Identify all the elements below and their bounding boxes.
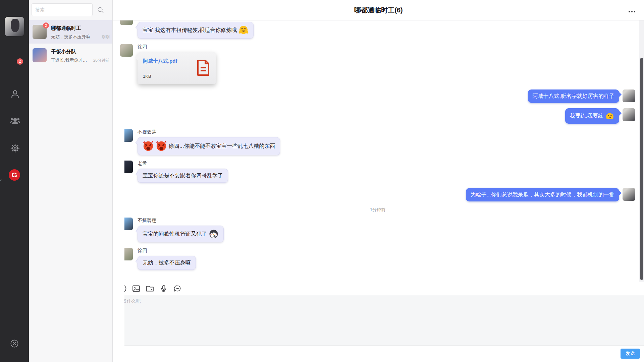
message-row: 老孟 宝宝你还是不要跟着你四哥乱学了 [120,161,635,183]
rage-face-emoji [143,140,154,152]
chat-item-avatar-wrap: 2 [33,25,47,39]
message-col: 不摇碧莲 徐四...你能不能不教宝宝一些乱七八糟的东西 [138,129,280,155]
author-name: 不摇碧莲 [138,218,224,224]
pdf-file-icon [197,60,210,77]
image-icon[interactable] [132,284,141,293]
chat-item-name: 干饭小分队 [51,49,110,55]
chat-area: 哪都通临时工(6) 宝宝 我这有本祖传秘笈,很适合你修炼哦 徐四 阿威十八式.p… [113,0,644,362]
app-logo[interactable]: G [9,169,20,181]
penguin-emoji [209,229,219,239]
avatar[interactable] [120,44,133,57]
message-row: 徐四 阿威十八式.pdf 1KB [120,44,635,84]
folder-icon[interactable] [146,284,154,293]
message-row: 阿威十八式,听名字就好厉害的样子 [120,89,635,103]
message-bubble[interactable]: 为啥子...你们总说我呆瓜，其实大多的时候，我都机制的一批 [466,188,619,201]
chat-list: 2 哪都通临时工 无妨，技多不压身嘛 刚刚 干饭小分队 王道长,我看你才… 26… [29,20,112,67]
contacts-nav-icon[interactable] [9,88,21,100]
groups-nav-icon[interactable] [9,115,21,127]
message-list: 宝宝 我这有本祖传秘笈,很适合你修炼哦 徐四 阿威十八式.pdf 1KB 阿威十… [113,20,639,282]
message-text: 无妨，技多不压身嘛 [143,259,191,266]
composer-toolbar [113,282,644,295]
message-bubble[interactable]: 徐四...你能不能不教宝宝一些乱七八糟的东西 [138,137,280,155]
chat-item-avatar-wrap [33,48,47,62]
chat-item-preview: 王道长,我看你才… [51,57,92,63]
app-rail: 2 G › [0,0,29,362]
chat-list-item[interactable]: 2 哪都通临时工 无妨，技多不压身嘛 刚刚 [29,20,112,44]
author-name: 老孟 [138,161,228,167]
hugging-face-emoji [238,25,249,35]
message-col: 老孟 宝宝你还是不要跟着你四哥乱学了 [138,161,228,183]
message-bubble[interactable]: 宝宝你还是不要跟着你四哥乱学了 [138,169,228,183]
time-divider: 1分钟前 [120,207,635,213]
chats-nav-icon[interactable] [113,61,124,362]
more-menu-icon[interactable] [629,11,635,12]
message-text: 宝宝的间歇性机智证又犯了 [143,230,207,238]
message-col: 不摇碧莲 宝宝的间歇性机智证又犯了 [138,218,224,242]
chat-title: 哪都通临时工(6) [113,0,644,20]
message-text: 宝宝你还是不要跟着你四哥乱学了 [143,172,223,179]
chat-list-item[interactable]: 干饭小分队 王道长,我看你才… 26分钟前 [29,44,112,67]
message-col: 宝宝 我这有本祖传秘笈,很适合你修炼哦 [138,22,254,39]
message-row: 不摇碧莲 徐四...你能不能不教宝宝一些乱七八糟的东西 [120,129,635,155]
search-box [32,3,93,16]
chat-item-time: 26分钟前 [93,58,110,63]
scrollbar-thumb[interactable] [640,58,643,280]
avatar[interactable] [623,89,635,102]
composer-input-area [113,295,644,346]
chat-item-time: 刚刚 [102,34,110,40]
message-bubble[interactable]: 阿威十八式,听名字就好厉害的样子 [528,89,619,103]
voice-icon[interactable] [159,284,168,293]
close-circle-icon[interactable] [10,339,19,348]
search-input[interactable] [32,4,92,16]
message-col: 徐四 无妨，技多不压身嘛 [138,248,196,270]
user-avatar[interactable] [5,17,24,36]
conversation-list-panel: 2 哪都通临时工 无妨，技多不压身嘛 刚刚 干饭小分队 王道长,我看你才… 26… [29,0,113,362]
scrollbar-track[interactable] [639,20,644,282]
chat-item-preview: 无妨，技多不压身嘛 [51,34,100,40]
file-card[interactable]: 阿威十八式.pdf 1KB [138,52,216,84]
author-name: 徐四 [138,248,196,254]
author-name: 徐四 [138,44,216,50]
search-icon[interactable] [97,6,104,14]
file-name: 阿威十八式.pdf [143,58,193,64]
message-text: 宝宝 我这有本祖传秘笈,很适合你修炼哦 [143,26,237,34]
message-row: 宝宝 我这有本祖传秘笈,很适合你修炼哦 [120,22,635,39]
message-bubble[interactable]: 无妨，技多不压身嘛 [138,256,196,270]
avatar[interactable] [120,20,133,25]
author-name: 不摇碧莲 [138,129,280,135]
message-text: 为啥子...你们总说我呆瓜，其实大多的时候，我都机制的一批 [471,191,614,198]
message-col: 徐四 阿威十八式.pdf 1KB [138,44,216,84]
send-button[interactable]: 发送 [621,349,640,359]
message-input[interactable] [113,295,644,346]
composer: 发送 [113,282,644,362]
chat-item-avatar[interactable] [33,48,47,62]
message-bubble[interactable]: 宝宝 我这有本祖传秘笈,很适合你修炼哦 [138,22,254,39]
message-bubble[interactable]: 宝宝的间歇性机智证又犯了 [138,226,224,242]
send-row: 发送 [113,346,644,361]
chat-history-icon[interactable] [173,284,182,293]
file-size: 1KB [143,74,193,79]
settings-gear-icon[interactable] [9,142,21,154]
message-bubble[interactable]: 我要练,我要练 [565,108,619,124]
message-row: 徐四 无妨，技多不压身嘛 [120,248,635,270]
avatar[interactable] [623,188,635,201]
file-info: 阿威十八式.pdf 1KB [143,58,193,79]
melting-face-emoji [605,111,614,121]
chat-item-main: 干饭小分队 王道长,我看你才… 26分钟前 [51,48,110,67]
unread-total-badge: 2 [17,58,23,65]
chat-item-main: 哪都通临时工 无妨，技多不压身嘛 刚刚 [51,25,110,44]
message-row: 不摇碧莲 宝宝的间歇性机智证又犯了 [120,218,635,242]
chat-item-name: 哪都通临时工 [51,25,110,32]
message-row: 我要练,我要练 [120,108,635,124]
chat-header: 哪都通临时工(6) [113,0,644,20]
message-row: 为啥子...你们总说我呆瓜，其实大多的时候，我都机制的一批 [120,188,635,201]
message-text: 阿威十八式,听名字就好厉害的样子 [533,93,614,100]
unread-badge: 2 [43,22,49,28]
message-text: 我要练,我要练 [570,112,603,120]
panel-toggle-chevron-icon[interactable]: › [0,176,2,182]
avatar[interactable] [623,108,635,121]
message-text: 徐四...你能不能不教宝宝一些乱七八糟的东西 [169,142,275,150]
rage-face-emoji [156,140,167,152]
